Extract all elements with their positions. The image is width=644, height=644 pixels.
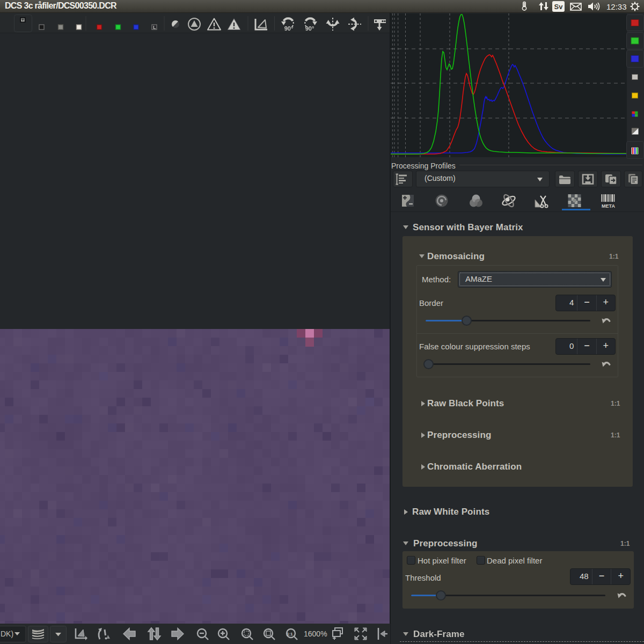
svg-text:1:1: 1:1 [287, 632, 293, 636]
svg-text:META: META [602, 203, 615, 209]
svg-text:90°: 90° [305, 25, 314, 32]
svg-text:Sv: Sv [554, 3, 564, 11]
svg-text:1600%: 1600% [304, 630, 327, 638]
svg-text:L: L [153, 25, 156, 30]
svg-text:DK): DK) [1, 630, 13, 638]
svg-text:90°: 90° [284, 25, 294, 32]
svg-text:12:33: 12:33 [606, 2, 627, 11]
